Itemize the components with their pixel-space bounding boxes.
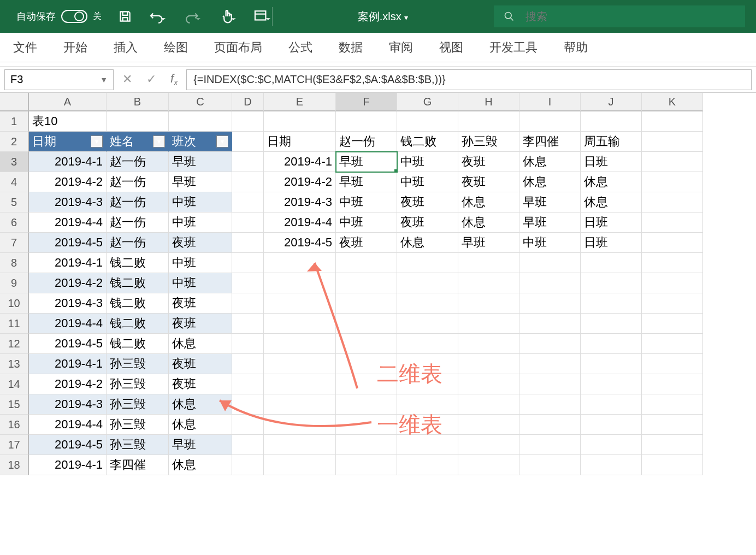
cell[interactable] (519, 394, 581, 415)
row-header[interactable]: 6 (0, 212, 29, 233)
cell[interactable] (642, 152, 703, 172)
cell[interactable]: 日班 (581, 233, 642, 253)
search-box[interactable] (494, 5, 745, 27)
col-header[interactable]: B (107, 93, 169, 111)
cell[interactable] (232, 455, 264, 475)
cell[interactable]: 夜班 (397, 192, 458, 212)
cell[interactable] (581, 455, 642, 475)
cell[interactable] (264, 455, 336, 475)
cell[interactable] (397, 455, 458, 475)
cell[interactable] (642, 253, 703, 273)
col-header[interactable]: I (519, 93, 581, 111)
cell[interactable] (642, 293, 703, 314)
cell[interactable]: 钱二败 (107, 273, 169, 293)
col-header[interactable]: A (29, 93, 107, 111)
cell[interactable] (264, 415, 336, 435)
cell[interactable] (264, 435, 336, 455)
cell[interactable]: 2019-4-5 (29, 435, 107, 455)
cell[interactable] (232, 152, 264, 172)
cell[interactable]: 孙三毁 (107, 415, 169, 435)
cell[interactable] (519, 455, 581, 475)
autosave-toggle[interactable]: 自动保存 关 (16, 10, 102, 23)
cell[interactable] (519, 314, 581, 334)
col-header[interactable]: K (642, 93, 703, 111)
ribbon-tab[interactable]: 数据 (338, 36, 364, 59)
cell[interactable]: 夜班 (169, 314, 232, 334)
undo-icon[interactable] (149, 9, 167, 23)
cancel-icon[interactable]: ✕ (122, 72, 132, 86)
cell[interactable] (232, 374, 264, 394)
cell[interactable]: 周五输 (581, 132, 642, 152)
cell[interactable]: 2019-4-2 (29, 273, 107, 293)
cell[interactable] (581, 415, 642, 435)
cell[interactable] (264, 394, 336, 415)
cell[interactable]: 李四催 (107, 455, 169, 475)
cell[interactable]: 2019-4-1 (29, 455, 107, 475)
cell[interactable]: 夜班 (336, 233, 397, 253)
cell[interactable]: 早班 (169, 152, 232, 172)
cell[interactable] (519, 415, 581, 435)
cell[interactable] (519, 111, 581, 132)
cell[interactable] (458, 111, 519, 132)
row-header[interactable]: 13 (0, 354, 29, 374)
cell[interactable] (169, 111, 232, 132)
cell[interactable]: 2019-4-4 (264, 212, 336, 233)
cell[interactable] (581, 435, 642, 455)
table-header[interactable]: 班次▾ (169, 132, 232, 152)
col-header[interactable]: E (264, 93, 336, 111)
cell[interactable] (232, 334, 264, 354)
cell[interactable] (397, 354, 458, 374)
cell[interactable]: 中班 (169, 192, 232, 212)
cell[interactable]: 早班 (336, 172, 397, 192)
cell[interactable]: 早班 (458, 233, 519, 253)
cell[interactable] (232, 212, 264, 233)
cell[interactable] (397, 111, 458, 132)
cell[interactable]: 钱二败 (107, 314, 169, 334)
cell[interactable] (336, 111, 397, 132)
cell[interactable] (336, 293, 397, 314)
ribbon-tab[interactable]: 插入 (113, 36, 139, 59)
row-header[interactable]: 17 (0, 435, 29, 455)
redo-icon[interactable] (184, 9, 202, 23)
cell[interactable]: 2019-4-4 (29, 415, 107, 435)
cell[interactable]: 钱二败 (107, 293, 169, 314)
row-header[interactable]: 8 (0, 253, 29, 273)
cell[interactable]: 夜班 (458, 172, 519, 192)
ribbon-tab[interactable]: 开始 (62, 36, 88, 59)
row-header[interactable]: 10 (0, 293, 29, 314)
row-header[interactable]: 4 (0, 172, 29, 192)
cell[interactable] (642, 132, 703, 152)
cell[interactable]: 休息 (169, 334, 232, 354)
ribbon-tab[interactable]: 绘图 (163, 36, 189, 59)
cell[interactable] (519, 435, 581, 455)
table-header[interactable]: 姓名▾ (107, 132, 169, 152)
filter-icon[interactable]: ▾ (216, 135, 228, 147)
cell[interactable]: 早班 (519, 212, 581, 233)
confirm-icon[interactable]: ✓ (146, 72, 156, 86)
cell[interactable]: 早班 (169, 435, 232, 455)
row-header[interactable]: 18 (0, 455, 29, 475)
cell[interactable]: 休息 (397, 233, 458, 253)
cell[interactable] (397, 415, 458, 435)
cell[interactable]: 中班 (336, 192, 397, 212)
cell[interactable]: 孙三毁 (107, 435, 169, 455)
col-header[interactable]: G (397, 93, 458, 111)
cell[interactable] (336, 253, 397, 273)
cell[interactable] (642, 233, 703, 253)
cell[interactable]: 日班 (581, 212, 642, 233)
cell[interactable]: 2019-4-1 (29, 152, 107, 172)
row-header[interactable]: 9 (0, 273, 29, 293)
cell[interactable]: 2019-4-4 (29, 314, 107, 334)
cell[interactable]: 2019-4-3 (29, 192, 107, 212)
cell[interactable]: 中班 (336, 212, 397, 233)
cell[interactable] (264, 314, 336, 334)
cell[interactable] (581, 273, 642, 293)
cell[interactable] (336, 273, 397, 293)
cell[interactable]: 赵一伤 (107, 152, 169, 172)
cell[interactable]: 中班 (169, 212, 232, 233)
col-header[interactable]: F (336, 93, 397, 111)
cell[interactable] (232, 293, 264, 314)
cell[interactable]: 日班 (581, 152, 642, 172)
row-header[interactable]: 2 (0, 132, 29, 152)
cell[interactable]: 孙三毁 (107, 354, 169, 374)
